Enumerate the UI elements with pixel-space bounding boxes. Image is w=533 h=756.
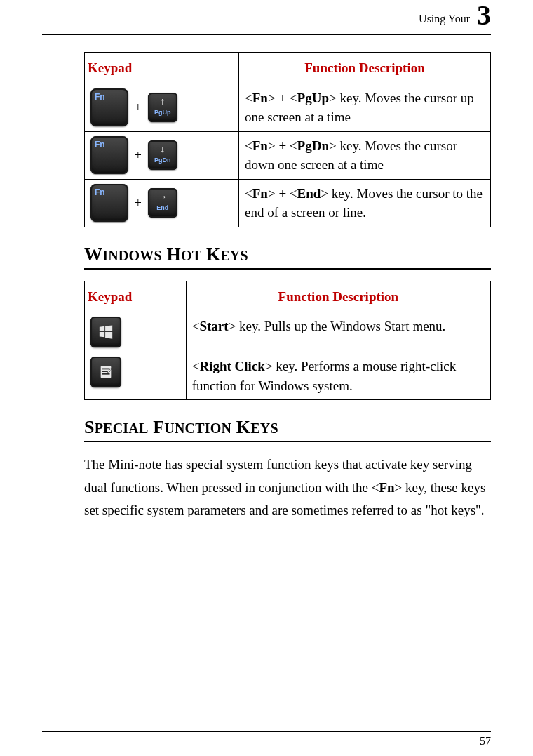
t: EYS — [250, 420, 278, 436]
text: > + < — [268, 138, 297, 153]
section-title-special-function-keys: SPECIAL FUNCTION KEYS — [84, 417, 491, 438]
t: EYS — [220, 248, 248, 263]
th-description: Function Description — [239, 53, 491, 84]
keypad-table-2: Keypad Function Description — [84, 281, 491, 401]
menu-key-icon — [90, 357, 121, 387]
end-key-icon: → End — [148, 188, 177, 218]
svg-rect-1 — [102, 369, 110, 370]
t: K — [231, 417, 250, 437]
section-rule — [84, 268, 491, 270]
t: OT — [181, 248, 201, 263]
description-cell: <Fn> + <PgDn> key. Moves the cursor down… — [239, 131, 491, 179]
section-rule — [84, 441, 491, 442]
fn-key-icon: Fn — [90, 184, 128, 222]
arrow-down-icon: ↓ — [148, 140, 177, 156]
t: UNCTION — [164, 420, 231, 436]
key-sublabel: PgUp — [148, 108, 177, 117]
text: < — [245, 138, 252, 153]
page-number: 57 — [42, 735, 491, 748]
text: > + < — [268, 91, 297, 105]
th-keypad: Keypad — [85, 53, 239, 84]
keyname-bold: Fn — [252, 91, 268, 105]
plus-icon: + — [132, 98, 144, 117]
windows-logo-icon — [98, 324, 114, 340]
context-menu-icon — [98, 364, 114, 380]
pgdn-key-icon: ↓ PgDn — [148, 140, 177, 170]
keyname-bold: Right Click — [199, 359, 264, 373]
description-cell: <Right Click> key. Performs a mouse righ… — [186, 352, 490, 400]
footer-rule — [42, 731, 491, 732]
keyname-bold: End — [297, 186, 321, 201]
keypad-cell: Fn + → End — [85, 179, 239, 227]
plus-icon: + — [132, 194, 144, 212]
text: < — [245, 186, 252, 201]
keyname-bold: Fn — [252, 138, 268, 153]
text: < — [192, 359, 200, 373]
svg-rect-3 — [102, 373, 110, 375]
page-header: Using Your 3 — [42, 0, 491, 32]
text: > key. Pulls up the Windows Start menu. — [229, 319, 446, 333]
t: F — [148, 417, 164, 437]
fn-key-label: Fn — [95, 139, 105, 151]
keypad-cell — [85, 352, 187, 400]
table-row: Fn + ↑ PgUp <Fn> + <PgUp> key. Moves the… — [85, 84, 491, 131]
key-sublabel: PgDn — [148, 156, 177, 165]
t: PECIAL — [95, 420, 149, 436]
plus-icon: + — [132, 146, 144, 164]
table-row: Fn + ↓ PgDn <Fn> + <PgDn> key. Moves the… — [85, 131, 491, 179]
description-cell: <Fn> + <End> key. Moves the cursor to th… — [239, 179, 491, 227]
header-rule — [42, 34, 491, 35]
th-description: Function Description — [186, 281, 490, 312]
keyname-bold: Fn — [252, 186, 268, 201]
arrow-up-icon: ↑ — [148, 93, 177, 108]
table-row: Fn + → End <Fn> + <End> key. Moves the c… — [85, 179, 491, 227]
table-row: <Right Click> key. Performs a mouse righ… — [85, 352, 491, 400]
key-sublabel: End — [148, 204, 177, 213]
keypad-cell: Fn + ↑ PgUp — [85, 84, 239, 131]
keyname-bold: Fn — [379, 480, 394, 495]
description-cell: <Fn> + <PgUp> key. Moves the cursor up o… — [239, 84, 491, 131]
keyname-bold: PgUp — [297, 91, 329, 105]
text: < — [245, 91, 252, 105]
th-keypad: Keypad — [85, 281, 187, 312]
page-content: Keypad Function Description Fn + ↑ PgUp … — [42, 52, 491, 522]
keypad-table-1: Keypad Function Description Fn + ↑ PgUp … — [84, 52, 491, 227]
windows-key-icon — [90, 317, 121, 347]
pgup-key-icon: ↑ PgUp — [148, 93, 177, 122]
t: S — [84, 417, 95, 437]
text: < — [192, 319, 200, 333]
fn-key-icon: Fn — [90, 136, 128, 174]
fn-key-label: Fn — [95, 187, 105, 199]
fn-key-label: Fn — [95, 91, 105, 103]
t: H — [162, 244, 181, 265]
keypad-cell: Fn + ↓ PgDn — [85, 131, 239, 179]
t: INDOWS — [102, 248, 162, 263]
text: > + < — [268, 186, 297, 201]
t: K — [201, 244, 220, 265]
body-paragraph: The Mini-note has special system functio… — [84, 453, 491, 522]
page-footer: 57 — [42, 731, 491, 748]
arrow-right-icon: → — [148, 188, 177, 204]
keypad-cell — [85, 312, 187, 352]
description-cell: <Start> key. Pulls up the Windows Start … — [186, 312, 490, 352]
section-title-windows-hot-keys: WINDOWS HOT KEYS — [84, 244, 491, 265]
header-text: Using Your — [419, 13, 470, 25]
t: W — [84, 244, 102, 265]
keyname-bold: Start — [199, 319, 228, 333]
keyname-bold: PgDn — [297, 138, 329, 153]
chapter-number: 3 — [477, 1, 491, 29]
fn-key-icon: Fn — [90, 88, 128, 126]
table-row: <Start> key. Pulls up the Windows Start … — [85, 312, 491, 352]
